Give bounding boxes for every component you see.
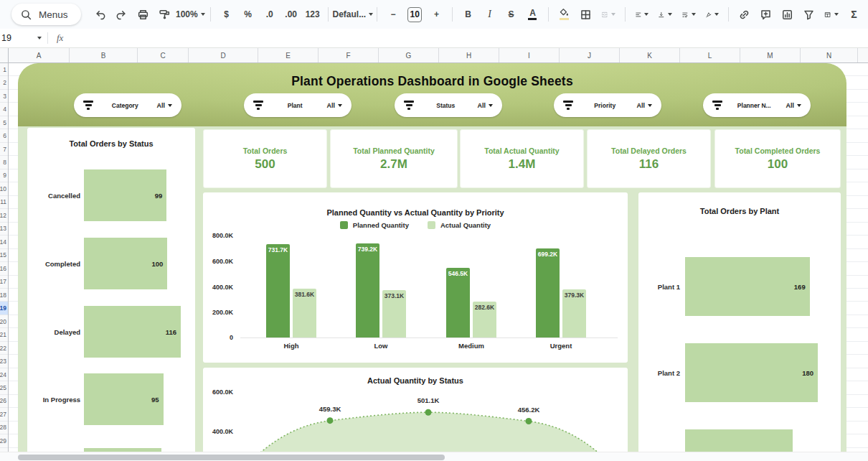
row-header-9[interactable]: 9 [0, 169, 8, 182]
row-header-21[interactable]: 21 [0, 328, 8, 341]
menus-button[interactable]: Menus [11, 4, 81, 25]
row-header-11[interactable]: 11 [0, 196, 8, 209]
column-header-C[interactable]: C [138, 48, 189, 62]
filter-pill-status[interactable]: Status All [395, 93, 502, 117]
row-header-1[interactable]: 1 [0, 63, 8, 76]
row-header-16[interactable]: 16 [0, 262, 8, 275]
merge-cells-button[interactable] [599, 5, 618, 24]
row-headers[interactable]: 1234567891011121314151617181920212223242… [0, 63, 9, 461]
row-header-3[interactable]: 3 [0, 90, 8, 103]
column-header-A[interactable]: A [9, 48, 70, 62]
row-header-13[interactable]: 13 [0, 223, 8, 236]
column-header-N[interactable]: N [801, 48, 858, 62]
filter-pill-category[interactable]: Category All [74, 93, 181, 117]
row-header-22[interactable]: 22 [0, 342, 8, 355]
italic-button[interactable]: I [481, 5, 498, 24]
font-family-control[interactable]: Defaul... [336, 5, 369, 24]
column-header-J[interactable]: J [560, 48, 620, 62]
strikethrough-button[interactable]: S [503, 5, 519, 24]
text-rotation-button[interactable] [703, 5, 722, 24]
chart-planned-vs-actual-by-priority[interactable]: Planned Quantity vs Actual Quantity by P… [203, 192, 628, 363]
font-size-input[interactable]: 10 [407, 7, 421, 22]
kpi-total-orders[interactable]: Total Orders 500 [203, 129, 327, 188]
column-header-K[interactable]: K [620, 48, 680, 62]
text-color-button[interactable]: A [524, 5, 541, 24]
column-header-D[interactable]: D [189, 48, 258, 62]
row-header-29[interactable]: 29 [0, 434, 8, 447]
filter-pill-plant[interactable]: Plant All [244, 93, 352, 117]
filter-pill-planner-name[interactable]: Planner N... All [703, 93, 811, 117]
row-header-20[interactable]: 20 [0, 315, 8, 328]
row-header-12[interactable]: 12 [0, 209, 8, 222]
filter-value[interactable]: All [477, 102, 493, 109]
increase-decimal-button[interactable]: .00 [283, 5, 299, 24]
row-header-27[interactable]: 27 [0, 408, 8, 421]
row-header-23[interactable]: 23 [0, 355, 8, 368]
kpi-total-delayed-orders[interactable]: Total Delayed Orders 116 [587, 129, 711, 188]
column-header-M[interactable]: M [740, 48, 801, 62]
row-header-25[interactable]: 25 [0, 381, 8, 394]
row-header-4[interactable]: 4 [0, 103, 8, 116]
undo-button[interactable] [92, 5, 108, 24]
insert-link-button[interactable] [736, 5, 753, 24]
chart-total-orders-by-status[interactable]: Total Orders by Status Cancelled99Comple… [27, 128, 195, 461]
row-header-26[interactable]: 26 [0, 395, 8, 408]
print-button[interactable] [135, 5, 151, 24]
insert-comment-button[interactable] [758, 5, 774, 24]
row-header-24[interactable]: 24 [0, 368, 8, 381]
column-header-I[interactable]: I [499, 48, 560, 62]
functions-button[interactable]: Σ [846, 5, 862, 24]
row-header-10[interactable]: 10 [0, 182, 8, 195]
filter-value[interactable]: All [156, 102, 172, 109]
vertical-align-button[interactable] [656, 5, 674, 24]
kpi-total-actual-quantity[interactable]: Total Actual Quantity 1.4M [460, 129, 584, 188]
row-header-5[interactable]: 5 [0, 116, 8, 129]
column-header-B[interactable]: B [70, 48, 138, 62]
zoom-control[interactable]: 100% [178, 5, 204, 24]
format-percent-button[interactable]: % [240, 5, 256, 24]
format-currency-button[interactable]: $ [218, 5, 235, 24]
row-header-28[interactable]: 28 [0, 422, 8, 434]
row-header-8[interactable]: 8 [0, 156, 8, 169]
chart-actual-quantity-by-status[interactable]: Actual Quantity by Status 600.0K400.0K45… [203, 368, 628, 461]
bold-button[interactable]: B [460, 5, 476, 24]
row-header-7[interactable]: 7 [0, 143, 8, 156]
row-header-17[interactable]: 17 [0, 276, 8, 289]
chart-total-orders-by-plant[interactable]: Total Orders by Plant Plant 1169Plant 21… [638, 192, 841, 461]
text-wrap-button[interactable] [679, 5, 698, 24]
decrease-decimal-button[interactable]: .0 [261, 5, 278, 24]
table-views-button[interactable] [822, 5, 841, 24]
decrease-font-size-button[interactable]: − [385, 5, 401, 24]
column-header-F[interactable]: F [319, 48, 379, 62]
filter-value[interactable]: All [786, 102, 801, 109]
column-header-G[interactable]: G [379, 48, 439, 62]
sheet-grid[interactable]: 1234567891011121314151617181920212223242… [0, 63, 868, 461]
create-filter-button[interactable] [801, 5, 817, 24]
filter-value[interactable]: All [636, 102, 652, 109]
kpi-total-completed-orders[interactable]: Total Completed Orders 100 [714, 129, 841, 188]
row-header-18[interactable]: 18 [0, 289, 8, 302]
row-header-2[interactable]: 2 [0, 76, 8, 89]
filter-value[interactable]: All [326, 102, 342, 109]
row-header-15[interactable]: 15 [0, 249, 8, 262]
kpi-total-planned-quantity[interactable]: Total Planned Quantity 2.7M [330, 129, 458, 188]
redo-button[interactable] [113, 5, 130, 24]
row-header-6[interactable]: 6 [0, 129, 8, 142]
filter-pill-priority[interactable]: Priority All [554, 93, 661, 117]
insert-chart-button[interactable] [779, 5, 796, 24]
column-header-H[interactable]: H [439, 48, 499, 62]
scrollbar-thumb[interactable] [18, 455, 445, 460]
name-box[interactable]: 19 [0, 33, 47, 43]
horizontal-scrollbar[interactable] [0, 452, 868, 461]
column-header-L[interactable]: L [680, 48, 740, 62]
number-format-button[interactable]: 123 [304, 5, 321, 24]
row-header-14[interactable]: 14 [0, 236, 8, 248]
increase-font-size-button[interactable]: + [428, 5, 445, 24]
horizontal-align-button[interactable] [633, 5, 651, 24]
row-header-19[interactable]: 19 [0, 302, 8, 315]
column-header-E[interactable]: E [258, 48, 319, 62]
borders-button[interactable] [577, 5, 594, 24]
fill-color-button[interactable] [556, 5, 572, 24]
paint-format-button[interactable] [156, 5, 173, 24]
select-all-corner[interactable] [0, 48, 9, 62]
